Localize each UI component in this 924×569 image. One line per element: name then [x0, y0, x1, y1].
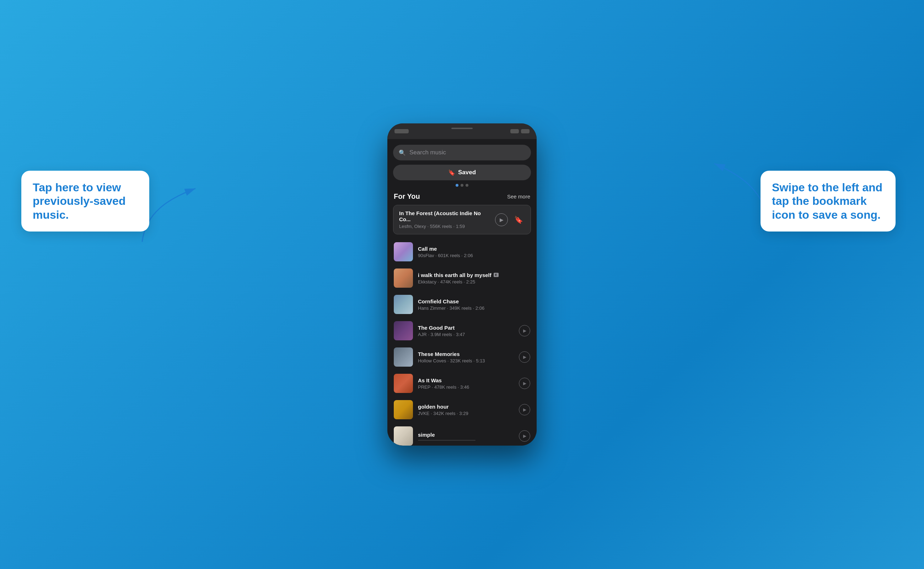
track-item-info: simple — [418, 432, 514, 441]
track-meta: Hollow Coves · 323K reels · 5:13 — [418, 358, 514, 364]
track-item[interactable]: Call me 90sFlav · 601K reels · 2:06 — [393, 239, 531, 265]
status-bar — [387, 123, 537, 139]
track-item-info: i walk this earth all by myself E Ekksta… — [418, 272, 530, 284]
featured-bookmark-button[interactable]: 🔖 — [512, 213, 525, 226]
album-art — [394, 374, 413, 393]
status-time — [394, 129, 409, 133]
dot-1[interactable] — [455, 184, 458, 187]
track-item[interactable]: Cornfield Chase Hans Zimmer · 349K reels… — [393, 291, 531, 318]
phone-frame: 🔍 Search music 🔖 Saved For You See more … — [387, 123, 537, 446]
track-name: These Memories — [418, 351, 514, 357]
track-play-button[interactable]: ▶ — [519, 430, 530, 442]
arrow-left — [139, 178, 210, 250]
track-item[interactable]: golden hour JVKE · 342K reels · 3:29 ▶ — [393, 397, 531, 423]
status-signal — [510, 129, 519, 133]
album-art — [394, 242, 413, 262]
track-item[interactable]: As It Was PREP · 478K reels · 3:46 ▶ — [393, 370, 531, 397]
album-art — [394, 268, 413, 288]
track-name: i walk this earth all by myself E — [418, 272, 530, 278]
track-meta: AJR · 3.9M reels · 3:47 — [418, 332, 514, 337]
track-item-info: Cornfield Chase Hans Zimmer · 349K reels… — [418, 298, 530, 311]
search-icon: 🔍 — [399, 149, 406, 156]
featured-track[interactable]: In The Forest (Acoustic Indie No Co... L… — [393, 205, 531, 234]
callout-right-text: Swipe to the left and tap the bookmark i… — [772, 181, 884, 222]
track-name: golden hour — [418, 404, 514, 410]
track-list: Call me 90sFlav · 601K reels · 2:06 i wa… — [393, 239, 531, 446]
track-item-info: The Good Part AJR · 3.9M reels · 3:47 — [418, 325, 514, 337]
section-title: For You — [394, 192, 420, 201]
track-name: As It Was — [418, 377, 514, 383]
album-art — [394, 347, 413, 367]
dot-2[interactable] — [461, 184, 463, 187]
track-item-info: As It Was PREP · 478K reels · 3:46 — [418, 377, 514, 390]
track-meta: 90sFlav · 601K reels · 2:06 — [418, 253, 530, 258]
bookmark-icon: 🔖 — [448, 169, 455, 176]
track-item-info: Call me 90sFlav · 601K reels · 2:06 — [418, 246, 530, 258]
featured-track-info: In The Forest (Acoustic Indie No Co... L… — [399, 210, 491, 229]
track-meta: Hans Zimmer · 349K reels · 2:06 — [418, 306, 530, 311]
track-play-button[interactable]: ▶ — [519, 351, 530, 363]
track-meta: Ekkstacy · 474K reels · 2:25 — [418, 279, 530, 284]
track-name: Call me — [418, 246, 530, 252]
track-name: The Good Part — [418, 325, 514, 331]
progress-bar-container — [418, 440, 514, 441]
track-item[interactable]: i walk this earth all by myself E Ekksta… — [393, 265, 531, 291]
see-more-button[interactable]: See more — [507, 193, 530, 199]
track-item[interactable]: The Good Part AJR · 3.9M reels · 3:47 ▶ — [393, 318, 531, 344]
album-art — [394, 426, 413, 446]
search-bar[interactable]: 🔍 Search music — [393, 145, 531, 160]
track-meta: JVKE · 342K reels · 3:29 — [418, 411, 514, 416]
track-play-button[interactable]: ▶ — [519, 325, 530, 336]
album-art — [394, 321, 413, 340]
track-item-info: These Memories Hollow Coves · 323K reels… — [418, 351, 514, 364]
featured-play-button[interactable]: ▶ — [495, 213, 508, 226]
track-name: Cornfield Chase — [418, 298, 530, 304]
featured-track-name: In The Forest (Acoustic Indie No Co... — [399, 210, 491, 222]
page-dots — [393, 184, 531, 187]
saved-button[interactable]: 🔖 Saved — [393, 165, 531, 180]
featured-track-meta: Lesfm, Olexy · 556K reels · 1:59 — [399, 224, 491, 229]
callout-left: Tap here to view previously-saved music. — [21, 171, 149, 231]
track-name: simple — [418, 432, 514, 438]
explicit-badge: E — [494, 273, 499, 277]
album-art — [394, 295, 413, 314]
track-meta: PREP · 478K reels · 3:46 — [418, 385, 514, 390]
track-play-button[interactable]: ▶ — [519, 404, 530, 415]
status-battery — [521, 129, 530, 133]
saved-button-label: Saved — [458, 169, 476, 176]
track-play-button[interactable]: ▶ — [519, 378, 530, 389]
callout-left-text: Tap here to view previously-saved music. — [33, 181, 138, 222]
track-item[interactable]: These Memories Hollow Coves · 323K reels… — [393, 344, 531, 370]
section-header: For You See more — [393, 192, 531, 201]
track-item-info: golden hour JVKE · 342K reels · 3:29 — [418, 404, 514, 416]
track-item[interactable]: simple ▶ — [393, 423, 531, 446]
callout-right: Swipe to the left and tap the bookmark i… — [760, 171, 895, 231]
album-art — [394, 400, 413, 419]
search-placeholder: Search music — [410, 149, 446, 156]
dot-3[interactable] — [466, 184, 469, 187]
